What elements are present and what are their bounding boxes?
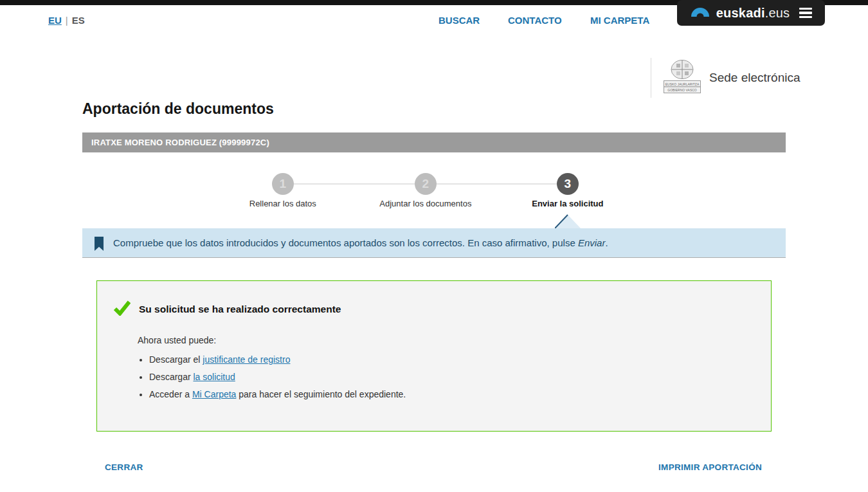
info-pointer-triangle — [555, 214, 581, 230]
step-3-circle: 3 — [557, 173, 579, 195]
success-intro: Ahora usted puede: — [138, 335, 752, 345]
success-panel: Su solicitud se ha realizado correctamen… — [96, 280, 772, 432]
nav-mi-carpeta-link[interactable]: MI CARPETA — [590, 15, 649, 26]
euskadi-wordmark: euskadi.eus — [716, 6, 790, 21]
mi-carpeta-link[interactable]: Mi Carpeta — [192, 389, 236, 399]
success-body: Ahora usted puede: Descargar el justific… — [138, 335, 752, 399]
step-rellenar-los-datos: 1 Rellenar los datos — [206, 173, 360, 208]
svg-text:GOBIERNO VASCO: GOBIERNO VASCO — [667, 88, 697, 92]
cerrar-button[interactable]: CERRAR — [105, 462, 143, 472]
list-item-justificante: Descargar el justificante de registro — [149, 354, 752, 365]
step-3-label: Enviar la solicitud — [491, 199, 645, 208]
la-solicitud-link[interactable]: la solicitud — [193, 372, 235, 382]
sede-electronica-title: Sede electrónica — [709, 71, 800, 85]
list-item-mi-carpeta: Acceder a Mi Carpeta para hacer el segui… — [149, 389, 752, 399]
wizard-steps: 1 Rellenar los datos 2 Adjuntar los docu… — [82, 173, 786, 209]
step-1-label: Rellenar los datos — [206, 199, 360, 208]
nav-buscar-link[interactable]: BUSCAR — [439, 15, 480, 26]
main-content: Aportación de documentos IRATXE MORENO R… — [82, 100, 786, 472]
svg-text:EUSKO JAURLARITZA: EUSKO JAURLARITZA — [665, 82, 700, 86]
step-1-circle: 1 — [272, 173, 294, 195]
euskadi-arc-icon — [690, 6, 710, 19]
page-title: Aportación de documentos — [82, 100, 786, 118]
bookmark-icon — [95, 237, 104, 251]
step-2-circle: 2 — [415, 173, 437, 195]
sede-header: EUSKO JAURLARITZA GOBIERNO VASCO Sede el… — [651, 58, 800, 98]
success-title: Su solicitud se ha realizado correctamen… — [139, 304, 341, 315]
lang-es-current: ES — [72, 15, 85, 26]
nav-contacto-link[interactable]: CONTACTO — [508, 15, 562, 26]
success-options-list: Descargar el justificante de registro De… — [138, 354, 752, 399]
language-switcher: EU|ES — [48, 15, 85, 26]
success-header: Su solicitud se ha realizado correctamen… — [114, 300, 752, 318]
list-item-solicitud: Descargar la solicitud — [149, 372, 752, 382]
step-2-label: Adjuntar los documentos — [348, 199, 503, 208]
step-adjuntar-los-documentos: 2 Adjuntar los documentos — [348, 173, 503, 208]
lang-separator: | — [66, 15, 68, 26]
hamburger-menu-icon[interactable] — [799, 8, 812, 19]
imprimir-aportacion-button[interactable]: IMPRIMIR APORTACIÓN — [658, 462, 762, 472]
info-message-box: Compruebe que los datos introducidos y d… — [82, 228, 786, 258]
info-message-text: Compruebe que los datos introducidos y d… — [113, 237, 608, 248]
euskadi-brand-box[interactable]: euskadi.eus — [677, 0, 825, 26]
step-enviar-la-solicitud: 3 Enviar la solicitud — [491, 173, 645, 208]
check-icon — [114, 300, 131, 318]
user-identity-bar: IRATXE MORENO RODRIGUEZ (99999972C) — [82, 132, 786, 152]
footer-actions: CERRAR IMPRIMIR APORTACIÓN — [82, 462, 786, 472]
gobierno-vasco-logo: EUSKO JAURLARITZA GOBIERNO VASCO — [664, 59, 701, 96]
lang-eu-link[interactable]: EU — [48, 15, 62, 26]
justificante-de-registro-link[interactable]: justificante de registro — [203, 354, 290, 365]
